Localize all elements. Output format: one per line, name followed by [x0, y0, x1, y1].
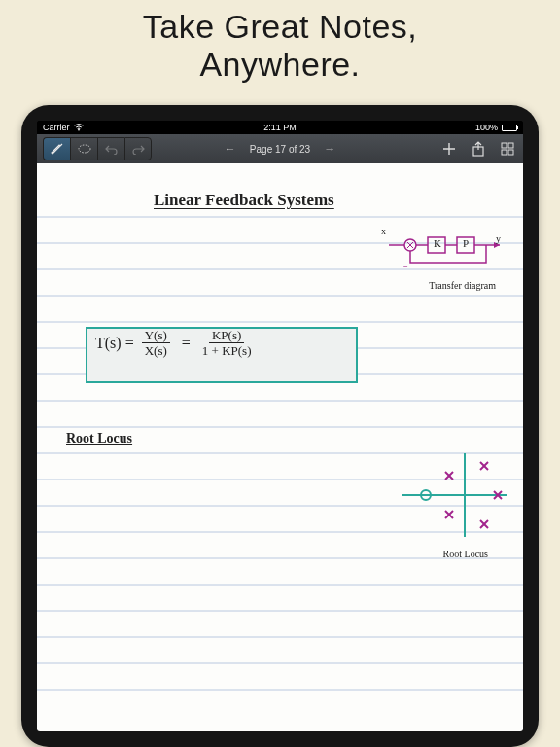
- svg-point-1: [79, 145, 90, 153]
- carrier-label: Carrier: [43, 123, 70, 132]
- add-button[interactable]: [439, 137, 459, 160]
- promo-headline: Take Great Notes, Anywhere.: [0, 0, 560, 86]
- svg-rect-6: [508, 150, 513, 155]
- signal-x-label: x: [381, 226, 386, 236]
- block-p-label: P: [463, 237, 469, 249]
- svg-rect-5: [502, 150, 507, 155]
- tool-group-left: [43, 137, 152, 160]
- svg-point-0: [78, 129, 80, 131]
- tool-group-right: [439, 137, 517, 160]
- tablet-screen: Carrier 2:11 PM 100%: [37, 121, 523, 731]
- grid-view-button[interactable]: [498, 137, 517, 160]
- svg-text:−: −: [403, 262, 408, 270]
- diagram1-caption: Transfer diagram: [429, 280, 496, 291]
- redo-button[interactable]: [124, 137, 152, 160]
- diagram2-caption: Root Locus: [443, 549, 488, 559]
- page-navigator: ← Page 17 of 23 →: [225, 142, 335, 156]
- battery-icon: [502, 124, 517, 131]
- transfer-diagram: − x K P y: [387, 230, 504, 278]
- svg-rect-4: [508, 143, 513, 148]
- battery-percent: 100%: [475, 123, 498, 132]
- share-button[interactable]: [469, 137, 488, 160]
- page-indicator: Page 17 of 23: [250, 144, 310, 155]
- block-k-label: K: [434, 237, 441, 249]
- note-canvas[interactable]: Linear Feedback Systems Given input x, p…: [37, 163, 523, 731]
- status-right: 100%: [475, 123, 517, 132]
- svg-rect-3: [502, 143, 507, 148]
- lasso-tool-button[interactable]: [70, 137, 97, 160]
- tablet-frame: Carrier 2:11 PM 100%: [21, 105, 539, 747]
- subheading-root-locus: Root Locus: [66, 431, 132, 446]
- signal-y-label: y: [496, 233, 501, 244]
- pen-tool-button[interactable]: [43, 137, 70, 160]
- prev-page-button[interactable]: ←: [225, 142, 236, 156]
- clock: 2:11 PM: [263, 123, 297, 132]
- undo-button[interactable]: [97, 137, 124, 160]
- app-toolbar: ← Page 17 of 23 →: [37, 134, 523, 163]
- status-bar: Carrier 2:11 PM 100%: [37, 121, 523, 134]
- promo-line2: Anywhere.: [199, 46, 360, 83]
- next-page-button[interactable]: →: [324, 142, 335, 156]
- transfer-equation: T(s) = Y(s)X(s) = KP(s)1 + KP(s): [95, 329, 252, 357]
- root-locus-diagram: [402, 451, 508, 539]
- promo-line1: Take Great Notes,: [143, 8, 418, 45]
- wifi-icon: [74, 124, 84, 131]
- status-left: Carrier: [43, 123, 84, 132]
- note-title: Linear Feedback Systems: [154, 191, 334, 210]
